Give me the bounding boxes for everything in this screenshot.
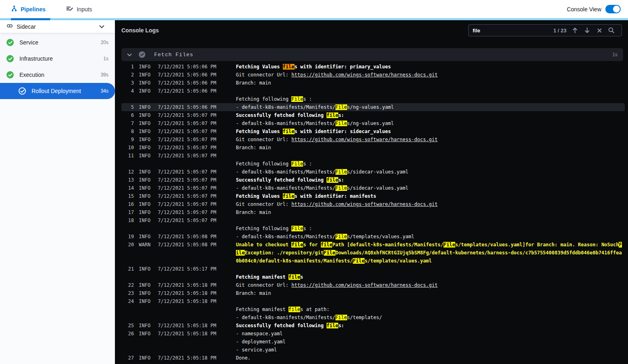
log-level: INFO <box>139 63 153 71</box>
log-line: 2INFO7/12/2021 5:05:06 PMGit connector U… <box>121 71 625 79</box>
tab-pipelines-label: Pipelines <box>21 6 45 13</box>
search-match: File <box>443 242 455 248</box>
log-level: INFO <box>139 265 153 273</box>
log-timestamp: 7/12/2021 5:05:08 PM <box>158 241 231 249</box>
search-close-icon[interactable] <box>593 25 605 36</box>
log-timestamp: 7/12/2021 5:05:07 PM <box>158 216 231 224</box>
sidebar-item-execution[interactable]: Execution 39s <box>0 67 115 83</box>
log-message: Git connector Url: https://github.com/wi… <box>236 200 625 208</box>
search-next-button[interactable] <box>581 25 593 36</box>
log-line-number: 7 <box>121 119 134 127</box>
success-check-icon <box>6 71 14 78</box>
log-message: Done. <box>236 354 625 362</box>
search-match: File <box>335 234 347 239</box>
console-view-toggle[interactable] <box>605 5 621 13</box>
tab-inputs[interactable]: Inputs <box>66 5 92 13</box>
log-message: Successfully fetched following files: <box>236 111 625 119</box>
log-line: 1INFO7/12/2021 5:05:06 PMFetching Values… <box>121 63 625 71</box>
stage-header-sidecar[interactable]: Sidecar <box>0 20 115 33</box>
search-match: file <box>327 323 338 328</box>
search-match: ile <box>236 250 245 256</box>
log-level: INFO <box>139 289 153 297</box>
step-duration: 39s <box>101 72 108 78</box>
log-timestamp: 7/12/2021 5:05:07 PM <box>158 119 231 127</box>
search-match: file <box>291 242 303 248</box>
log-timestamp: 7/12/2021 5:05:06 PM <box>158 103 231 111</box>
log-message: Branch: main <box>236 289 625 297</box>
log-timestamp: 7/12/2021 5:05:07 PM <box>158 152 231 160</box>
log-line: 7INFO7/12/2021 5:05:07 PM- default-k8s-m… <box>121 119 625 127</box>
log-message: Branch: main <box>236 144 625 152</box>
step-label: Service <box>19 39 38 46</box>
log-message: Fetching Values files with identifier: p… <box>236 63 625 71</box>
log-message: Fetching manifest files at path:- defaul… <box>236 297 625 322</box>
log-line: 17INFO7/12/2021 5:05:07 PMBranch: main <box>121 208 625 216</box>
console-header: Console Logs 1 / 23 <box>115 20 628 40</box>
log-message: Fetching Values files with identifier: m… <box>236 192 625 200</box>
log-line-number: 17 <box>121 208 134 216</box>
search-match: File <box>291 161 303 167</box>
section-collapse-chevron-icon[interactable] <box>127 51 132 58</box>
log-level: INFO <box>139 233 153 241</box>
search-match: File <box>335 315 347 320</box>
log-level: INFO <box>139 144 153 152</box>
log-level: INFO <box>139 184 153 192</box>
log-level: INFO <box>139 87 153 95</box>
log-line-number: 19 <box>121 233 134 241</box>
log-line-number: 15 <box>121 192 134 200</box>
search-input[interactable] <box>473 28 553 34</box>
log-line: 25INFO7/12/2021 5:05:18 PMSuccessfully f… <box>121 322 625 330</box>
log-message: Fetching following Files : <box>236 87 625 103</box>
sidebar-item-rollout-deployment[interactable]: Rollout Deployment 34s <box>0 83 115 99</box>
log-line: 12INFO7/12/2021 5:05:07 PM- default-k8s-… <box>121 168 625 176</box>
log-timestamp: 7/12/2021 5:05:18 PM <box>158 322 231 330</box>
log-level: INFO <box>139 111 153 119</box>
log-line: 16INFO7/12/2021 5:05:07 PMGit connector … <box>121 200 625 208</box>
log-line: 26INFO7/12/2021 5:05:18 PM- namespace.ya… <box>121 330 625 354</box>
log-level: INFO <box>139 103 153 111</box>
log-link[interactable]: https://github.com/wings-software/harnes… <box>291 137 437 142</box>
log-timestamp: 7/12/2021 5:05:06 PM <box>158 79 231 87</box>
log-section-fetch-files[interactable]: Fetch Files 1s <box>121 48 623 61</box>
inputs-icon <box>66 5 73 13</box>
log-link[interactable]: https://github.com/wings-software/harnes… <box>291 201 437 207</box>
success-check-icon <box>6 55 14 62</box>
log-level: INFO <box>139 322 153 330</box>
log-message: - default-k8s-manifests/Manifests/Files/… <box>236 119 625 127</box>
log-line-number: 14 <box>121 184 134 192</box>
log-message: Fetching Values files with identifier: s… <box>236 127 625 135</box>
step-list: Service 20s Infrastructure 1s Execution … <box>0 33 115 99</box>
sidebar-item-infrastructure[interactable]: Infrastructure 1s <box>0 51 115 67</box>
log-line-number: 22 <box>121 281 134 289</box>
search-prev-button[interactable] <box>569 25 581 36</box>
sidebar-item-service[interactable]: Service 20s <box>0 34 115 51</box>
log-timestamp: 7/12/2021 5:05:08 PM <box>158 233 231 241</box>
log-line: 19INFO7/12/2021 5:05:08 PM- default-k8s-… <box>121 233 625 241</box>
log-timestamp: 7/12/2021 5:05:07 PM <box>158 192 231 200</box>
log-line-number: 23 <box>121 289 134 297</box>
log-timestamp: 7/12/2021 5:05:17 PM <box>158 265 231 273</box>
tab-pipelines[interactable]: Pipelines <box>11 5 45 13</box>
log-message: - default-k8s-manifests/Manifests/Files/… <box>236 103 625 111</box>
log-timestamp: 7/12/2021 5:05:18 PM <box>158 297 231 305</box>
log-level: INFO <box>139 152 153 160</box>
step-label: Rollout Deployment <box>32 88 81 94</box>
log-level: INFO <box>139 176 153 184</box>
log-line-number: 4 <box>121 87 134 95</box>
console-view-label: Console View <box>567 6 601 13</box>
log-link[interactable]: https://github.com/wings-software/harnes… <box>291 72 437 78</box>
log-line-number: 13 <box>121 176 134 184</box>
log-message: Successfully fetched following files: <box>236 322 625 330</box>
search-match: file <box>289 274 300 280</box>
log-level: INFO <box>139 354 153 362</box>
log-line-number: 5 <box>121 103 134 111</box>
log-link[interactable]: https://github.com/wings-software/harnes… <box>291 282 437 288</box>
log-timestamp: 7/12/2021 5:05:07 PM <box>158 144 231 152</box>
search-icon[interactable] <box>605 25 617 36</box>
log-search-box: 1 / 23 <box>468 24 622 36</box>
log-level: INFO <box>139 281 153 289</box>
log-level: INFO <box>139 71 153 79</box>
chevron-down-icon[interactable] <box>99 23 104 30</box>
success-check-icon <box>6 39 14 46</box>
step-label: Execution <box>19 72 44 78</box>
